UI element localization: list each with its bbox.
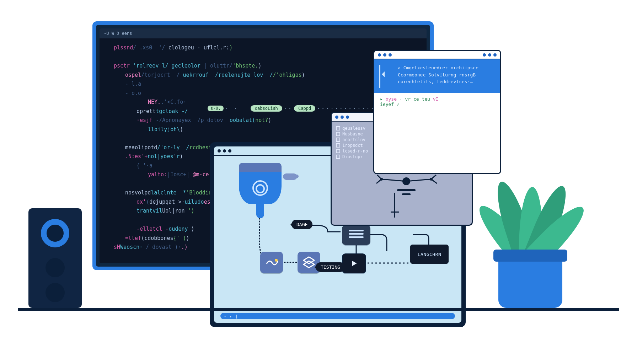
editor-tabbar: -U W 0 eens [100,28,427,38]
banner-line: corenhtetits, teddrevtces·… [398,78,494,85]
svg-point-2 [430,178,433,181]
run-node[interactable] [342,253,366,273]
speaker [28,208,82,308]
connector [394,193,395,218]
target-icon [252,180,268,196]
svg-rect-3 [397,189,416,191]
neuron-graph-icon [360,171,453,198]
banner-line: Ccormeonec Solvíturng rnsrgB [398,71,494,79]
banner-line: a Cmqetxcsleuedrer orchiipsce [398,64,494,71]
play-icon[interactable]: ▸ [230,314,233,318]
window-titlebar[interactable] [374,51,500,59]
code-pill-a: s·0. [208,106,224,111]
checklist-item: qeusleusv [336,126,368,131]
svg-point-6 [275,259,278,262]
diagram-checklist: qeusleusvNusbasnencortclnv1ropsdctlcsed-… [336,125,368,160]
speaker-driver-icon [41,219,69,247]
cursor-glyph-icon [379,65,393,88]
checklist-item: 1ropsdct [336,143,368,148]
chip-testing[interactable]: TESTING [316,262,345,272]
code-line: plssnd/ .xs0 '/ clologeu - uflcl.r:) [114,43,419,53]
chip-dage[interactable]: DAGE [291,220,312,229]
checklist-item: Diustupr [336,154,368,159]
editor-tab-hint: -U W 0 eens [104,31,132,36]
checklist-item: Nusbasne [336,132,368,136]
processor-node[interactable] [342,225,370,245]
desk-surface [18,308,619,311]
ctl-dot-icon: ◦ [224,314,228,318]
svg-point-1 [380,178,383,181]
ingest-port-icon [283,173,297,180]
plant [498,258,562,308]
flow-bottom-bar[interactable]: ◦ ▸ ∥ [220,313,455,319]
output-box[interactable]: LANGCHRN [410,245,449,264]
checklist-item: lcsed-r-no [336,149,368,154]
info-output: ▸ oyse · vr ce teu vI ieyef ✓ [374,93,500,111]
info-banner: a Cmqetxcsleuedrer orchiipsce Ccormeonec… [374,59,500,93]
info-window[interactable]: a Cmqetxcsleuedrer orchiipsce Ccormeonec… [373,50,501,174]
code-pill-c: Cappd [294,105,315,112]
ingest-node[interactable] [239,163,282,218]
transform-node[interactable] [260,252,283,273]
checklist-item: ncortclnv [336,137,368,142]
pause-icon[interactable]: ∥ [235,314,239,318]
svg-rect-4 [402,193,411,195]
code-pill-b: oabsoLish [251,105,282,112]
